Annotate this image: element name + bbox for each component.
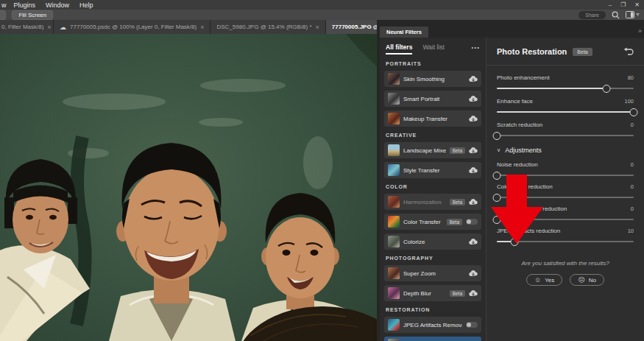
slider-track[interactable] (497, 197, 634, 198)
filter-thumbnail (388, 287, 400, 299)
slider-color-noise-reduction: Color noise reduction 0 (497, 183, 634, 198)
filter-label: Smart Portrait (403, 96, 465, 102)
beta-badge: Beta (450, 290, 465, 297)
filter-row-colorize[interactable]: Colorize (384, 233, 481, 250)
menu-item-plugins[interactable]: Plugins (14, 1, 36, 9)
tab-label: 77770005.psdc @ 100% (Layer 0, Filter Ma… (70, 24, 197, 30)
slider-track[interactable] (497, 88, 634, 89)
tab-all-filters[interactable]: All filters (386, 43, 412, 55)
filter-row-style-transfer[interactable]: Style Transfer (384, 162, 481, 178)
beta-badge: Beta (450, 147, 465, 154)
slider-value: 0 (631, 205, 634, 212)
slider-track[interactable] (497, 111, 634, 113)
cloud-download-icon[interactable] (469, 290, 478, 297)
filter-label: Style Transfer (403, 167, 465, 174)
cloud-download-icon[interactable] (469, 199, 478, 205)
tab-close-icon[interactable]: × (316, 24, 319, 31)
filter-row-smart-portrait[interactable]: Smart Portrait (384, 91, 481, 107)
beta-badge: Beta (573, 48, 592, 56)
filter-thumbnail (388, 164, 400, 176)
reset-icon[interactable] (623, 47, 634, 56)
share-button[interactable]: Share (578, 11, 606, 19)
slider-knob[interactable] (493, 194, 501, 202)
slider-track[interactable] (497, 175, 634, 176)
slider-track[interactable] (497, 219, 634, 220)
neural-filters-panel-tab[interactable]: Neural Filters (380, 27, 428, 38)
feedback-question: Are you satisfied with the results? (497, 260, 634, 267)
filter-toggle-off[interactable] (466, 322, 478, 328)
cloud-download-icon[interactable] (469, 76, 478, 82)
section-color: COLOR (386, 184, 480, 189)
filter-thumbnail (388, 319, 400, 331)
tab-wait-list[interactable]: Wait list (422, 43, 444, 51)
slider-knob[interactable] (493, 216, 501, 224)
cloud-download-icon[interactable] (469, 270, 478, 277)
fill-screen-button[interactable]: Fill Screen (12, 10, 53, 20)
filter-label: Super Zoom (403, 270, 465, 277)
clipped-zoom-option-button[interactable]: n (0, 10, 6, 20)
filter-row-super-zoom[interactable]: Super Zoom (384, 265, 481, 281)
slider-track[interactable] (497, 241, 634, 242)
photoshop-window: w Plugins Window Help – ❐ ✕ n Fill Scree… (0, 0, 644, 341)
filter-row-photo-restoration[interactable]: Photo Restoration Beta (384, 337, 481, 341)
menu-item-help[interactable]: Help (79, 1, 93, 9)
smiley-face-icon: ☺ (534, 276, 541, 284)
filter-row-harmonization[interactable]: Harmonization Beta (384, 194, 481, 210)
search-icon[interactable] (612, 11, 620, 19)
cloud-download-icon[interactable] (469, 116, 478, 122)
document-canvas[interactable] (0, 34, 377, 341)
slider-noise-reduction: Noise reduction 0 (497, 161, 634, 176)
close-icon[interactable]: ✕ (634, 1, 640, 8)
slider-knob[interactable] (630, 108, 638, 116)
section-creative: CREATIVE (386, 133, 480, 138)
filter-thumbnail (388, 267, 400, 279)
slider-value: 80 (628, 74, 634, 81)
filter-label: JPEG Artifacts Removal (403, 322, 462, 328)
top-right-tools: Share (578, 10, 640, 20)
collapse-panel-icon[interactable]: » (638, 27, 642, 35)
feedback-no-button[interactable]: ☹ No (570, 274, 604, 286)
filter-label: Harmonization (403, 199, 446, 205)
minimize-icon[interactable]: – (609, 1, 612, 8)
filter-row-skin-smoothing[interactable]: Skin Smoothing (384, 71, 481, 87)
filter-label: Skin Smoothing (403, 76, 465, 82)
restore-icon[interactable]: ❐ (620, 1, 626, 8)
filter-settings-panel: Photo Restoration Beta Photo enhancement… (486, 38, 644, 341)
neural-filters-panel: Neural Filters » All filters Wait list •… (377, 20, 644, 341)
slider-label: Photo enhancement (497, 74, 550, 81)
slider-track[interactable] (497, 135, 634, 136)
slider-value: 100 (624, 98, 634, 105)
tab-close-icon[interactable]: × (47, 24, 51, 31)
filter-row-color-transfer[interactable]: Color Transfer Beta (384, 214, 481, 230)
tab-close-icon[interactable]: × (200, 24, 204, 31)
yes-label: Yes (545, 277, 554, 284)
filter-row-depth-blur[interactable]: Depth Blur Beta (384, 285, 481, 301)
slider-knob[interactable] (511, 238, 519, 246)
filter-row-landscape-mixer[interactable]: Landscape Mixer Beta (384, 142, 481, 158)
slider-knob[interactable] (493, 132, 501, 140)
slider-knob[interactable] (602, 85, 610, 93)
slider-knob[interactable] (493, 172, 501, 180)
cloud-download-icon[interactable] (469, 147, 478, 154)
document-tab[interactable]: DSC_5980.JPG @ 15.4% (RGB/8) * × (210, 20, 325, 34)
frowny-face-icon: ☹ (578, 276, 584, 284)
filter-toggle-off[interactable] (466, 219, 478, 225)
document-tab[interactable]: 0, Filter Mask/8) × (0, 20, 54, 34)
cloud-download-icon[interactable] (469, 167, 478, 174)
feedback-yes-button[interactable]: ☺ Yes (526, 274, 562, 286)
menu-item-window[interactable]: Window (46, 1, 69, 9)
adjustments-collapse-header[interactable]: ∨ Adjustments (497, 147, 634, 154)
cloud-download-icon[interactable] (469, 96, 478, 102)
workspace-switcher-icon[interactable] (626, 11, 640, 18)
filters-list-tabs: All filters Wait list ••• (386, 43, 480, 55)
document-tab[interactable]: ☁ 77770005.psdc @ 100% (Layer 0, Filter … (54, 20, 210, 34)
menu-item-clipped[interactable]: w (1, 1, 7, 9)
slider-label: Color noise reduction (497, 183, 553, 190)
filter-label: Colorize (403, 239, 465, 245)
cloud-download-icon[interactable] (469, 239, 478, 245)
filter-row-jpeg-artifacts-removal[interactable]: JPEG Artifacts Removal (384, 317, 481, 333)
slider-value: 10 (628, 228, 634, 234)
filter-label: Makeup Transfer (403, 116, 465, 122)
overflow-menu-icon[interactable]: ••• (472, 44, 480, 51)
filter-row-makeup-transfer[interactable]: Makeup Transfer (384, 110, 481, 127)
